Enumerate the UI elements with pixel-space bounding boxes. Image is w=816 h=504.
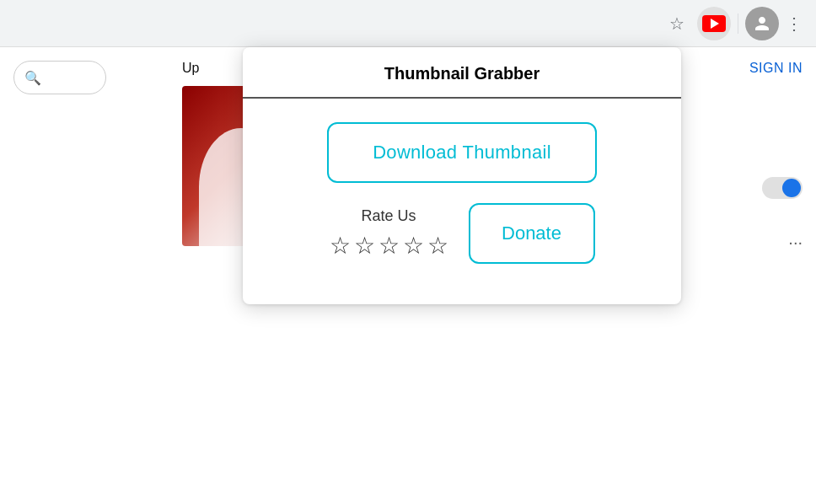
- toggle-thumb: [782, 179, 801, 197]
- profile-avatar[interactable]: [745, 7, 779, 40]
- sign-in-button[interactable]: SIGN IN: [749, 61, 803, 76]
- yt-extension-icon: [702, 15, 726, 32]
- bookmark-icon: ☆: [669, 13, 684, 34]
- extension-popup: Thumbnail Grabber Download Thumbnail Rat…: [243, 47, 681, 304]
- star-4[interactable]: ☆: [403, 232, 424, 260]
- person-icon: [754, 15, 770, 32]
- bottom-row: Rate Us ☆ ☆ ☆ ☆ ☆ Donate: [330, 203, 595, 264]
- toggle-area: [762, 177, 803, 199]
- page-content: 🔍 Up 13:50 3.4M views New SIGN IN: [0, 47, 816, 504]
- star-2[interactable]: ☆: [354, 232, 375, 260]
- bookmark-button[interactable]: ☆: [660, 7, 694, 40]
- toolbar-separator: [738, 13, 738, 34]
- sidebar: 🔍: [0, 47, 169, 504]
- star-5[interactable]: ☆: [427, 232, 448, 260]
- browser-toolbar: ☆ ⋮: [0, 0, 816, 47]
- right-area: SIGN IN ···: [681, 47, 816, 504]
- rate-us-label: Rate Us: [361, 207, 416, 225]
- popup-body: Download Thumbnail Rate Us ☆ ☆ ☆ ☆ ☆ Don…: [243, 99, 681, 304]
- star-3[interactable]: ☆: [378, 232, 400, 260]
- popup-header: Thumbnail Grabber: [243, 47, 681, 99]
- search-icon: 🔍: [24, 70, 41, 86]
- more-options-button[interactable]: ⋮: [782, 7, 806, 40]
- rate-section: Rate Us ☆ ☆ ☆ ☆ ☆: [330, 207, 448, 260]
- stars-row: ☆ ☆ ☆ ☆ ☆: [330, 232, 448, 260]
- donate-button[interactable]: Donate: [469, 203, 595, 264]
- yt-extension-button[interactable]: [697, 7, 731, 40]
- search-bar[interactable]: 🔍: [13, 61, 106, 94]
- toggle-switch[interactable]: [762, 177, 803, 199]
- more-options-dots[interactable]: ···: [788, 233, 803, 252]
- star-1[interactable]: ☆: [330, 232, 351, 260]
- download-thumbnail-button[interactable]: Download Thumbnail: [327, 122, 597, 183]
- popup-title: Thumbnail Grabber: [384, 64, 540, 83]
